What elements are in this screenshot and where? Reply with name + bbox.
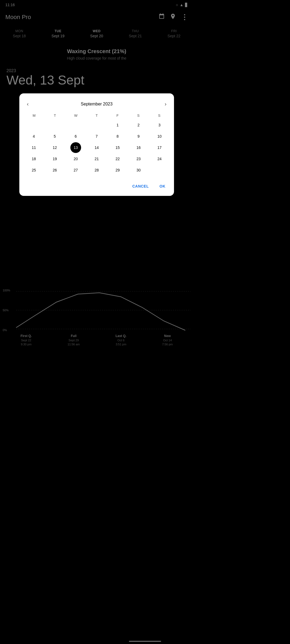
weekday-t1: T <box>45 112 66 119</box>
cal-day-9[interactable]: 9 <box>133 131 144 142</box>
cal-day-6[interactable]: 6 <box>70 131 81 142</box>
prev-month-button[interactable]: ‹ <box>25 100 31 108</box>
weekday-f: F <box>107 112 128 119</box>
weekday-s2: S <box>149 112 170 119</box>
cal-day-28[interactable]: 28 <box>91 165 102 175</box>
cal-day-3[interactable]: 3 <box>154 120 165 130</box>
cal-day-30[interactable]: 30 <box>133 165 144 175</box>
next-month-button[interactable]: › <box>162 100 169 108</box>
cal-day-empty-2 <box>70 120 81 130</box>
cancel-button[interactable]: CANCEL <box>129 182 152 191</box>
calendar-weekdays: M T W T F S S <box>24 112 170 119</box>
weekday-w: W <box>65 112 86 119</box>
cal-day-5[interactable]: 5 <box>49 131 60 142</box>
cal-day-19[interactable]: 19 <box>49 153 60 164</box>
cal-day-15[interactable]: 15 <box>112 142 123 153</box>
calendar-actions: CANCEL OK <box>24 182 170 192</box>
cal-day-11[interactable]: 11 <box>28 142 39 153</box>
cal-day-10[interactable]: 10 <box>154 131 165 142</box>
calendar-header: ‹ September 2023 › <box>24 98 170 110</box>
cal-day-empty-3 <box>91 120 102 130</box>
cal-day-13[interactable]: 13 <box>70 142 81 153</box>
cal-day-18[interactable]: 18 <box>28 153 39 164</box>
calendar-dialog: ‹ September 2023 › M T W T F S S 1234567… <box>19 93 174 196</box>
cal-day-2[interactable]: 2 <box>133 120 144 130</box>
cal-day-29[interactable]: 29 <box>112 165 123 175</box>
cal-day-4[interactable]: 4 <box>28 131 39 142</box>
cal-day-23[interactable]: 23 <box>133 153 144 164</box>
weekday-t2: T <box>86 112 107 119</box>
cal-day-24[interactable]: 24 <box>154 153 165 164</box>
cal-day-16[interactable]: 16 <box>133 142 144 153</box>
cal-day-empty-0 <box>28 120 39 130</box>
cal-day-12[interactable]: 12 <box>49 142 60 153</box>
cal-day-14[interactable]: 14 <box>91 142 102 153</box>
ok-button[interactable]: OK <box>156 182 169 191</box>
cal-day-empty-1 <box>49 120 60 130</box>
cal-day-17[interactable]: 17 <box>154 142 165 153</box>
cal-day-25[interactable]: 25 <box>28 165 39 175</box>
cal-day-7[interactable]: 7 <box>91 131 102 142</box>
calendar-month-label: September 2023 <box>81 102 113 107</box>
cal-day-21[interactable]: 21 <box>91 153 102 164</box>
calendar-days: 1234567891011121314151617181920212223242… <box>24 120 170 175</box>
cal-day-26[interactable]: 26 <box>49 165 60 175</box>
weekday-m: M <box>24 112 45 119</box>
cal-day-8[interactable]: 8 <box>112 131 123 142</box>
cal-day-20[interactable]: 20 <box>70 153 81 164</box>
dialog-overlay[interactable] <box>0 0 193 429</box>
cal-day-27[interactable]: 27 <box>70 165 81 175</box>
weekday-s1: S <box>128 112 149 119</box>
cal-day-1[interactable]: 1 <box>112 120 123 130</box>
cal-day-22[interactable]: 22 <box>112 153 123 164</box>
